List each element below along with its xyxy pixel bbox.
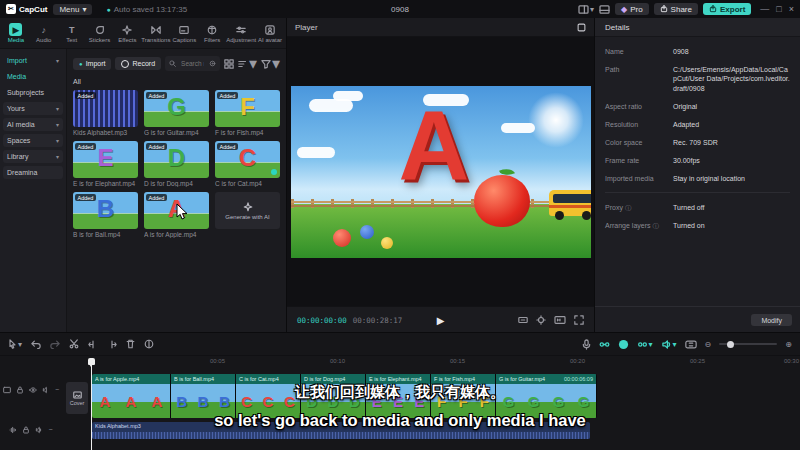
timeline-zoom-slider[interactable] (719, 343, 777, 345)
audio-waveform-thumb[interactable]: Added (73, 90, 138, 127)
thumb-letter: B (97, 195, 114, 223)
preview-focus-icon[interactable] (536, 315, 546, 325)
menu-button[interactable]: Menu ▾ (53, 4, 92, 15)
filter-icon[interactable]: ▾ (261, 54, 280, 73)
ruler-tick: 00:05 (210, 358, 225, 364)
tab-filters[interactable]: Filters (198, 23, 226, 43)
close-button[interactable]: × (789, 4, 794, 14)
asset-tabbar: ▶Media ♪Audio TText Stickers Effects Tra… (0, 18, 286, 49)
pro-diamond-icon: ◆ (621, 5, 627, 14)
media-item-audio[interactable]: Added Kids Alphabet.mp3 (73, 90, 138, 136)
layout-toggle-icon[interactable]: ▾ (578, 5, 594, 14)
sidebar-item-media[interactable]: Media (3, 70, 63, 83)
modify-button[interactable]: Modify (751, 314, 792, 326)
redo-icon[interactable] (50, 340, 60, 349)
fullscreen-icon[interactable] (574, 315, 584, 325)
media-item[interactable]: Added G G is for Guitar.mp4 (144, 90, 209, 136)
media-item[interactable]: Added F F is for Fish.mp4 (215, 90, 280, 136)
search-input[interactable] (179, 59, 206, 68)
ruler-tick: 00:25 (690, 358, 705, 364)
chevron-down-icon: ▾ (82, 5, 86, 14)
sidebar-item-ai-media[interactable]: AI media▾ (3, 118, 63, 131)
player-stage[interactable]: A (287, 37, 594, 306)
thumb-letter: E (97, 144, 113, 172)
added-badge: Added (146, 143, 167, 150)
filter-all-label[interactable]: All (73, 78, 280, 85)
minimize-button[interactable]: — (760, 4, 769, 14)
sticker-icon (93, 23, 106, 36)
track-audio-icon[interactable]: ▾ (661, 340, 677, 349)
linking-icon[interactable]: ▾ (637, 340, 653, 349)
tab-transitions[interactable]: Transitions (141, 23, 170, 43)
tab-media[interactable]: ▶Media (2, 23, 30, 43)
delete-icon[interactable] (126, 339, 135, 349)
media-item[interactable]: Added C C is for Cat.mp4 (215, 141, 280, 187)
select-tool-icon[interactable]: ▾ (8, 339, 22, 349)
thumb-letter: G (167, 93, 186, 121)
ruler-tick: 00:10 (330, 358, 345, 364)
media-item-name: G is for Guitar.mp4 (144, 129, 209, 136)
tab-text[interactable]: TText (58, 23, 86, 43)
export-button[interactable]: Export (703, 3, 751, 15)
ratio-icon[interactable] (518, 315, 528, 325)
detail-row-aspect-ratio: Aspect ratio Original (605, 102, 790, 111)
visual-search-icon (209, 60, 216, 67)
media-item[interactable]: Added D D is for Dog.mp4 (144, 141, 209, 187)
timeline-ruler[interactable]: 00:05 00:10 00:15 00:20 00:25 00:30 (62, 355, 800, 368)
sidebar-item-library[interactable]: Library▾ (3, 150, 63, 163)
delete-right-icon[interactable] (107, 340, 117, 349)
preview-axis-icon[interactable] (685, 340, 697, 349)
details-divider (605, 192, 790, 193)
media-sidebar: Import▾ Media Subprojects Yours▾ AI medi… (0, 49, 67, 333)
grid-view-icon[interactable] (224, 59, 234, 69)
undo-icon[interactable] (31, 340, 41, 349)
mirror-icon[interactable] (144, 339, 154, 349)
media-item[interactable]: Added B B is for Ball.mp4 (73, 192, 138, 238)
player-expand-icon[interactable] (577, 23, 586, 32)
record-voiceover-icon[interactable] (582, 339, 591, 350)
playhead[interactable] (90, 358, 93, 450)
sidebar-item-subprojects[interactable]: Subprojects (3, 86, 63, 99)
pro-button[interactable]: ◆ Pro (615, 3, 649, 15)
delete-left-icon[interactable] (88, 340, 98, 349)
tab-audio[interactable]: ♪Audio (30, 23, 58, 43)
tab-captions[interactable]: Captions (170, 23, 198, 43)
media-item-name: F is for Fish.mp4 (215, 129, 280, 136)
record-button[interactable]: Record (115, 57, 161, 70)
sidebar-item-spaces[interactable]: Spaces▾ (3, 134, 63, 147)
split-icon[interactable] (69, 339, 79, 349)
media-item-name: B is for Ball.mp4 (73, 231, 138, 238)
cloud-graphic (501, 123, 535, 133)
track-headers: − − (0, 368, 62, 450)
quality-icon[interactable] (554, 315, 566, 325)
play-button[interactable]: ▶ (437, 315, 445, 326)
sidebar-item-import[interactable]: Import▾ (3, 54, 63, 67)
player-panel: Player A (287, 18, 595, 333)
cloud-graphic (297, 147, 335, 158)
pro-label: Pro (630, 5, 642, 14)
search-box[interactable] (165, 56, 220, 71)
maximize-button[interactable]: □ (776, 4, 781, 14)
added-badge: Added (217, 92, 238, 99)
magnetic-snap-icon[interactable] (599, 340, 610, 349)
detail-row-imported-media: Imported media Stay in original location (605, 174, 790, 183)
media-item[interactable]: Added E E is for Elephant.mp4 (73, 141, 138, 187)
cloud-graphic (309, 99, 353, 112)
sort-icon[interactable]: ▾ (238, 54, 257, 73)
ai-sparkle-icon (243, 202, 253, 212)
tab-adjustment[interactable]: Adjustment (226, 23, 256, 43)
sidebar-item-dreamina[interactable]: Dreamina (3, 166, 63, 179)
generate-with-ai-card[interactable]: Generate with AI (215, 192, 280, 238)
media-item-name: D is for Dog.mp4 (144, 180, 209, 187)
tab-effects[interactable]: Effects (113, 23, 141, 43)
filters-icon (206, 23, 219, 36)
share-button[interactable]: Share (654, 3, 698, 15)
sidebar-item-yours[interactable]: Yours▾ (3, 102, 63, 115)
zoom-out-icon[interactable]: ⊖ (705, 340, 712, 349)
panel-layout-icon[interactable] (599, 5, 610, 14)
tab-ai-avatar[interactable]: AI avatar (256, 23, 284, 43)
import-button[interactable]: ● Import (73, 58, 111, 70)
tab-stickers[interactable]: Stickers (86, 23, 114, 43)
auto-snapping-icon[interactable] (618, 339, 629, 350)
zoom-in-icon[interactable]: ⊕ (785, 340, 792, 349)
